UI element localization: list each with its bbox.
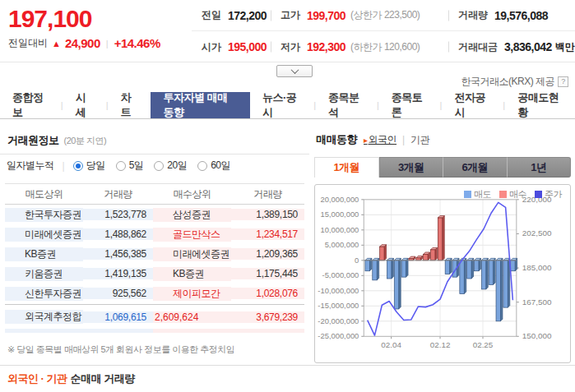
table-row: KB증권1,456,385미래에셋증권1,209,365	[5, 244, 304, 264]
svg-text:-15,000,000: -15,000,000	[318, 301, 359, 310]
buy-volume: 1,028,076	[231, 288, 304, 299]
up-arrow-icon: ▲	[52, 39, 61, 48]
sell-volume: 1,456,385	[83, 248, 153, 260]
expand-summary-button[interactable]	[276, 65, 313, 77]
svg-text:0: 0	[355, 256, 359, 265]
legend-label: 주가	[545, 188, 562, 201]
stat-prev-close: 전일 172,200	[192, 0, 271, 31]
period-tab-3[interactable]: 6개월	[443, 157, 508, 178]
svg-text:167,500: 167,500	[522, 297, 552, 307]
sell-broker-name: 키움증권	[5, 267, 83, 281]
foreign-buy-total: 3,679,239	[231, 311, 304, 323]
trend-chart-box: 매도매수주가 02.0402.1202.2520,000,00015,000,0…	[314, 184, 571, 363]
trading-trend-panel: 매매동향 ▸외국인|기관 1개월3개월6개월1년 매도매수주가 02.0402.…	[309, 120, 575, 363]
stat-low: 저가 192,300 (하한가 120,600)	[271, 31, 448, 62]
delay-note: (20분 지연)	[64, 135, 107, 147]
price-change-row: 전일대비 ▲ 24,900 | +14.46%	[8, 36, 185, 50]
table-row: 한국투자증권1,523,778삼성증권1,389,150	[5, 205, 304, 224]
svg-text:202,500: 202,500	[522, 228, 552, 238]
radio-5일[interactable]: 5일	[116, 159, 144, 173]
buy-broker-name: KB증권	[153, 267, 231, 281]
radio-dot-icon	[197, 161, 207, 171]
stats-grid: 전일 172,200 고가 199,700 (상한가 223,500) 거래량 …	[192, 0, 575, 62]
radio-label: 5일	[129, 159, 144, 173]
sell-broker-name: KB증권	[5, 247, 83, 261]
period-radio-group: 당일5일20일60일	[73, 159, 230, 173]
legend-swatch-icon	[464, 191, 471, 198]
radio-20일[interactable]: 20일	[154, 159, 187, 173]
buy-volume: 1,389,150	[231, 209, 304, 220]
chevron-down-icon	[290, 66, 299, 74]
help-icon[interactable]: ?	[558, 76, 568, 87]
period-tab-2[interactable]: 3개월	[379, 157, 444, 178]
svg-text:15,000,000: 15,000,000	[320, 210, 359, 219]
radio-label: 20일	[167, 159, 187, 173]
foreign-sell-total: 1,069,615	[83, 311, 153, 323]
stat-high: 고가 199,700 (상한가 223,500)	[271, 0, 448, 31]
tab-6[interactable]: 종목분석	[316, 92, 377, 118]
svg-text:5,000,000: 5,000,000	[325, 240, 359, 249]
radio-dot-icon	[154, 161, 164, 171]
tab-5[interactable]: 뉴스·공시	[250, 92, 313, 118]
link-label: 기관	[410, 134, 429, 145]
period-tab-1[interactable]: 1개월	[314, 157, 379, 178]
table-row: 키움증권1,419,135KB증권1,175,445	[5, 264, 304, 284]
legend-swatch-icon	[499, 191, 507, 198]
table-row: 신한투자증권925,562제이피모간1,028,076	[5, 284, 304, 303]
buy-volume: 1,209,365	[231, 248, 304, 260]
sell-volume: 1,419,135	[83, 268, 153, 279]
trend-title: 매매동향	[316, 132, 357, 147]
link-2[interactable]: 기관	[410, 133, 429, 147]
tab-7[interactable]: 종목토론	[379, 92, 440, 118]
legend-swatch-icon	[535, 191, 542, 198]
sell-volume: 925,562	[83, 288, 153, 299]
sell-broker-name: 신한투자증권	[5, 287, 83, 301]
section-title: 거래원정보	[7, 133, 59, 148]
sell-volume: 1,523,778	[83, 209, 153, 220]
legend-label: 매도	[474, 188, 491, 201]
stock-summary-header: 197,100 전일대비 ▲ 24,900 | +14.46% 전일 172,2…	[0, 0, 575, 62]
tab-9[interactable]: 공매도현황	[505, 92, 575, 118]
radio-당일[interactable]: 당일	[73, 159, 105, 173]
change-label: 전일대비	[8, 36, 48, 50]
period-tab-4[interactable]: 1년	[508, 157, 572, 178]
tab-2[interactable]: 시세	[63, 92, 106, 118]
divider: |	[106, 39, 109, 48]
legend-item: 매도	[464, 188, 491, 201]
buy-broker-name: 골드만삭스	[153, 228, 231, 242]
selected-arrow-icon: ▸	[364, 136, 368, 145]
filter-label: 일자별누적	[7, 159, 54, 173]
tab-3[interactable]: 차트	[109, 92, 151, 118]
trader-table: 매도상위 거래량 매수상위 거래량 한국투자증권1,523,778삼성증권1,3…	[5, 183, 304, 333]
tab-8[interactable]: 전자공시	[442, 92, 503, 118]
legend-item: 매수	[499, 188, 526, 201]
table-bottom-strip	[5, 329, 304, 333]
data-provider: 한국거래소(KRX) 제공 ?	[461, 75, 569, 89]
investor-trend-chart: 02.0402.1202.2520,000,00015,000,00010,00…	[315, 185, 570, 362]
tab-1[interactable]: 종합정보	[0, 92, 61, 118]
svg-text:02.04: 02.04	[381, 340, 401, 349]
svg-text:02.25: 02.25	[473, 340, 494, 349]
sell-volume: 1,488,862	[83, 228, 153, 240]
radio-dot-icon	[116, 161, 126, 171]
svg-text:-20,000,000: -20,000,000	[318, 316, 359, 325]
trader-info-panel: 거래원정보 (20분 지연) 일자별누적 | 당일5일20일60일 매도상위 거…	[0, 120, 309, 356]
chart-period-tabs: 1개월3개월6개월1년	[314, 157, 571, 178]
current-price: 197,100	[8, 6, 185, 32]
tab-4[interactable]: 투자자별 매매동향	[151, 92, 249, 118]
foreign-total-label: 외국계추정합	[5, 310, 83, 324]
svg-text:02.12: 02.12	[430, 340, 451, 349]
radio-dot-icon	[73, 161, 83, 171]
divider	[0, 365, 575, 366]
buy-broker-name: 미래에셋증권	[153, 247, 231, 261]
svg-text:150,000: 150,000	[522, 331, 552, 340]
svg-text:-10,000,000: -10,000,000	[318, 286, 359, 295]
radio-label: 60일	[211, 159, 230, 173]
sell-broker-name: 미래에셋증권	[5, 228, 83, 242]
link-1[interactable]: ▸외국인	[364, 133, 396, 147]
buy-broker-name: 삼성증권	[153, 208, 231, 222]
svg-text:-25,000,000: -25,000,000	[318, 331, 359, 340]
foreign-buy-sub: 2,609,624	[153, 311, 231, 323]
radio-60일[interactable]: 60일	[197, 159, 230, 173]
legend-label: 매수	[509, 188, 526, 201]
